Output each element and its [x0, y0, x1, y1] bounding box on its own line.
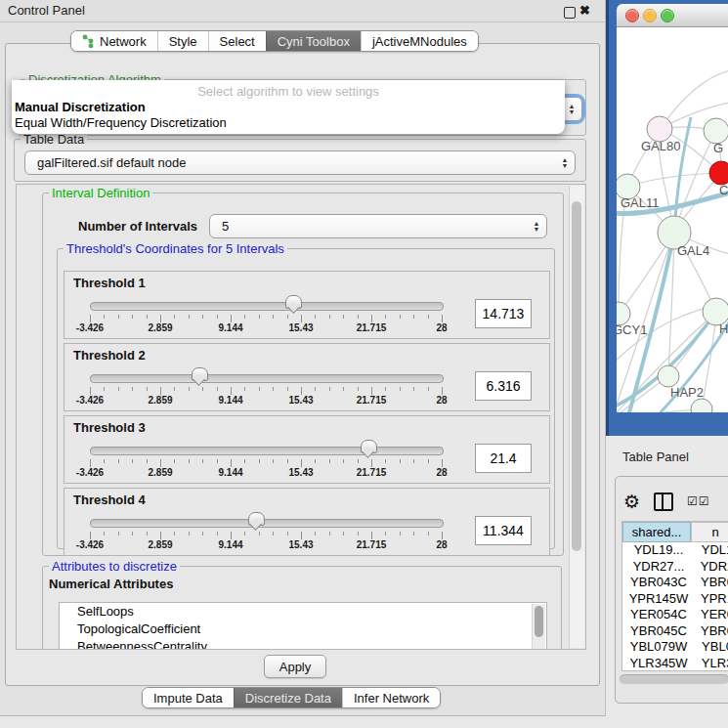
- table-cell[interactable]: YBL0: [695, 639, 728, 656]
- close-icon[interactable]: ✖: [579, 3, 590, 19]
- node-label-hap2: HAP2: [670, 385, 704, 400]
- network-window-titlebar[interactable]: [617, 4, 728, 27]
- node-label-gal80: GAL80: [641, 139, 680, 153]
- gear-icon[interactable]: ⚙: [623, 491, 640, 512]
- network-node-hap2[interactable]: [658, 365, 679, 387]
- tab-network[interactable]: Network: [71, 31, 157, 51]
- table-row[interactable]: YBR045CYBR0: [622, 623, 728, 640]
- number-of-intervals-combo[interactable]: 5 ▲▼: [209, 214, 547, 238]
- table-panel-title: Table Panel: [622, 450, 689, 464]
- table-cell[interactable]: YBL079W: [622, 639, 695, 656]
- column-layout-icon[interactable]: [654, 492, 673, 511]
- popup-option-manual-discretization[interactable]: Manual Discretization: [12, 100, 565, 115]
- network-graph: GAL80GCGAL11GAL4GCY1HHAP2: [617, 27, 728, 412]
- float-window-icon[interactable]: [564, 7, 576, 19]
- checkbox-filter-icons[interactable]: ☑☑: [687, 494, 710, 508]
- attribute-item-betweennesscentrality[interactable]: BetweennessCentrality: [60, 638, 546, 650]
- network-node[interactable]: [691, 399, 712, 412]
- apply-button[interactable]: Apply: [264, 655, 326, 678]
- tab-select[interactable]: Select: [208, 31, 266, 51]
- tab-cyni-toolbox[interactable]: Cyni Toolbox: [266, 31, 361, 51]
- table-row[interactable]: YBL079WYBL0: [622, 639, 728, 656]
- tab-discretize-data[interactable]: Discretize Data: [234, 688, 342, 707]
- table-header-row: shared...n: [622, 522, 728, 542]
- tab-infer-network[interactable]: Infer Network: [342, 688, 440, 707]
- network-view-region: GAL80GCGAL11GAL4GCY1HHAP2: [606, 0, 728, 436]
- interval-definition-title: Interval Definition: [49, 186, 152, 200]
- network-canvas[interactable]: GAL80GCGAL11GAL4GCY1HHAP2: [617, 27, 728, 412]
- table-cell[interactable]: YBR045C: [622, 623, 695, 640]
- algorithm-dropdown-popup: Select algorithm to view settings Manual…: [12, 80, 565, 134]
- threshold-4-value-field[interactable]: 11.344: [475, 516, 532, 545]
- threshold-4-slider-thumb[interactable]: [248, 512, 265, 526]
- table-cell[interactable]: YER054C: [622, 607, 695, 623]
- attribute-item-topologicalcoefficient[interactable]: TopologicalCoefficient: [60, 621, 546, 638]
- table-row[interactable]: YER054CYER0: [622, 607, 728, 623]
- threshold-3-value-field[interactable]: 21.4: [475, 444, 532, 473]
- threshold-4-slider-track[interactable]: [90, 519, 444, 528]
- combo-arrows-icon: ▲▼: [527, 221, 546, 233]
- threshold-3-slider-thumb[interactable]: [361, 440, 377, 453]
- threshold-2-value-field[interactable]: 6.316: [475, 371, 532, 401]
- column-header-n[interactable]: n: [691, 522, 728, 542]
- slider-tick-labels: -3.4262.8599.14415.4321.71528: [90, 395, 442, 407]
- network-window: GAL80GCGAL11GAL4GCY1HHAP2: [617, 4, 728, 412]
- control-panel-window: Control Panel ✖ NetworkStyleSelectCyni T…: [0, 0, 606, 716]
- network-nodes: [617, 116, 728, 412]
- threshold-1-slider-thumb[interactable]: [285, 295, 302, 309]
- table-cell[interactable]: YDR2: [695, 559, 728, 576]
- close-traffic-light-icon[interactable]: [625, 9, 639, 22]
- tab-impute-data[interactable]: Impute Data: [143, 688, 234, 707]
- threshold-4-box: Threshold 4-3.4262.8599.14415.4321.71528…: [64, 488, 550, 556]
- table-cell[interactable]: YDL1: [695, 542, 728, 559]
- popup-hint: Select algorithm to view settings: [12, 80, 565, 100]
- table-cell[interactable]: YBR043C: [622, 575, 695, 591]
- table-cell[interactable]: YDL19...: [622, 542, 695, 559]
- bottom-tab-bar: Impute DataDiscretize DataInfer Network: [142, 687, 441, 708]
- table-cell[interactable]: YDR27...: [622, 559, 695, 576]
- table-cell[interactable]: YBR0: [695, 623, 728, 640]
- table-panel-region: Table Panel ⚙ ☑☑ shared...n YDL19...YDL1…: [606, 436, 728, 728]
- zoom-traffic-light-icon[interactable]: [661, 9, 674, 22]
- threshold-1-slider-track[interactable]: [90, 302, 444, 311]
- threshold-2-slider-track[interactable]: [90, 374, 444, 383]
- table-horizontal-scrollbar[interactable]: [620, 674, 728, 684]
- attributes-list-scrollbar[interactable]: [532, 604, 545, 650]
- threshold-3-slider-track[interactable]: [90, 447, 444, 455]
- table-row[interactable]: YDL19...YDL1: [622, 542, 728, 559]
- node-label-h: H: [719, 321, 728, 336]
- table-row[interactable]: YLR345WYLR3: [622, 656, 728, 672]
- table-panel-box: ⚙ ☑☑ shared...n YDL19...YDL1YDR27...YDR2…: [615, 476, 728, 704]
- settings-scrollbar[interactable]: [569, 186, 584, 648]
- node-attribute-table: shared...n YDL19...YDL1YDR27...YDR2YBR04…: [621, 521, 728, 671]
- table-cell[interactable]: YER0: [695, 607, 728, 623]
- table-cell[interactable]: YLR345W: [622, 656, 695, 672]
- table-row[interactable]: YPR145WYPR1: [622, 591, 728, 608]
- threshold-1-box: Threshold 1-3.4262.8599.14415.4321.71528…: [64, 271, 550, 339]
- attributes-group-title: Attributes to discretize: [49, 559, 180, 574]
- table-row[interactable]: YDR27...YDR2: [622, 559, 728, 576]
- table-cell[interactable]: YBR0: [695, 575, 728, 591]
- table-cell[interactable]: YPR1: [695, 591, 728, 608]
- threshold-2-slider-thumb[interactable]: [192, 367, 208, 381]
- tab-jactivemnodules[interactable]: jActiveMNodules: [361, 31, 478, 51]
- table-data-combo-value: galFiltered.sif default node: [25, 155, 555, 170]
- slider-tick-labels: -3.4262.8599.14415.4321.71528: [90, 467, 442, 479]
- network-node-c[interactable]: [709, 161, 728, 185]
- table-row[interactable]: YBR043CYBR0: [622, 575, 728, 591]
- column-header-shared[interactable]: shared...: [622, 522, 691, 542]
- table-cell[interactable]: YLR3: [695, 656, 728, 672]
- tab-network-label: Network: [100, 34, 147, 49]
- tab-cyni-toolbox-label: Cyni Toolbox: [278, 34, 350, 49]
- minimize-traffic-light-icon[interactable]: [643, 9, 657, 22]
- threshold-1-value-field[interactable]: 14.713: [475, 299, 532, 328]
- threshold-1-label: Threshold 1: [73, 276, 146, 290]
- table-cell[interactable]: YPR145W: [622, 591, 695, 608]
- table-toolbar: ⚙ ☑☑: [623, 489, 728, 514]
- attribute-item-selfloops[interactable]: SelfLoops: [60, 603, 546, 621]
- tab-style[interactable]: Style: [157, 31, 208, 51]
- popup-option-equal-width-frequency-discretization[interactable]: Equal Width/Frequency Discretization: [12, 115, 565, 131]
- window-title: Control Panel: [8, 0, 85, 21]
- threshold-3-label: Threshold 3: [73, 420, 146, 435]
- table-data-combo[interactable]: galFiltered.sif default node ▲▼: [24, 150, 576, 175]
